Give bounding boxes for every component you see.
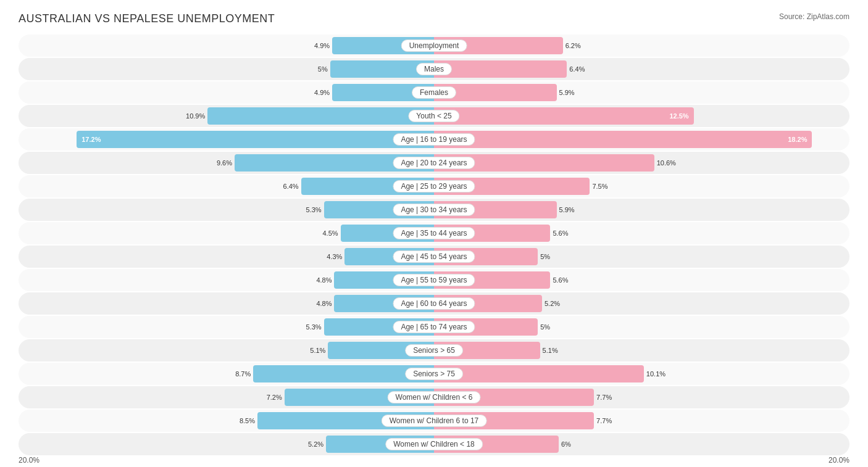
chart-row: 17.2%18.2%Age | 16 to 19 years xyxy=(19,128,849,151)
chart-row: 4.3%5%Age | 45 to 54 years xyxy=(19,246,849,268)
chart-row: 4.8%5.6%Age | 55 to 59 years xyxy=(19,269,849,291)
row-label: Age | 55 to 59 years xyxy=(393,274,475,286)
bar-value-australian: 10.9% xyxy=(186,112,205,120)
bar-value-australian: 5.3% xyxy=(306,206,322,213)
bar-value-nepalese: 5.6% xyxy=(553,276,568,284)
bar-value-australian: 4.8% xyxy=(316,276,332,284)
chart-source: Source: ZipAtlas.com xyxy=(779,12,849,21)
bar-nepalese: 6.4% xyxy=(434,60,567,78)
bar-value-nepalese: 5% xyxy=(540,323,550,331)
chart-row: 5.3%5.9%Age | 30 to 34 years xyxy=(19,199,849,221)
row-label: Age | 45 to 54 years xyxy=(393,250,475,263)
chart-row: 5.3%5%Age | 65 to 74 years xyxy=(19,316,849,338)
bar-nepalese: 10.1% xyxy=(434,365,644,382)
row-label: Women w/ Children 6 to 17 xyxy=(382,415,487,427)
bar-australian: 10.9% xyxy=(207,107,434,125)
row-label: Age | 60 to 64 years xyxy=(393,297,475,310)
bar-value-nepalese-inside: 12.5% xyxy=(669,112,688,120)
row-label: Seniors > 75 xyxy=(405,368,463,380)
chart-row: 7.2%7.7%Women w/ Children < 6 xyxy=(19,386,849,408)
bar-nepalese: 18.2% xyxy=(434,131,812,148)
chart-body: 4.9%6.2%Unemployment5%6.4%Males4.9%5.9%F… xyxy=(19,35,849,455)
chart-row: 9.6%10.6%Age | 20 to 24 years xyxy=(19,152,849,174)
chart-row: 6.4%7.5%Age | 25 to 29 years xyxy=(19,175,849,197)
chart-row: 4.9%5.9%Females xyxy=(19,81,849,104)
row-label: Youth < 25 xyxy=(408,110,459,122)
chart-row: 5.1%5.1%Seniors > 65 xyxy=(19,339,849,362)
bar-value-australian: 5.2% xyxy=(308,440,323,448)
bar-value-nepalese: 5.1% xyxy=(543,347,558,354)
chart-row: 5.2%6%Women w/ Children < 18 xyxy=(19,433,849,455)
axis-right-label: 20.0% xyxy=(828,456,849,465)
axis-left-label: 20.0% xyxy=(19,456,40,465)
bar-value-australian: 6.4% xyxy=(283,183,299,190)
row-label: Males xyxy=(416,63,452,75)
bar-value-australian: 4.3% xyxy=(327,253,342,260)
bar-value-australian-inside: 17.2% xyxy=(81,136,101,143)
row-label: Age | 16 to 19 years xyxy=(393,133,475,146)
bar-value-australian: 9.6% xyxy=(217,159,232,167)
row-label: Seniors > 65 xyxy=(405,344,463,357)
bar-value-nepalese: 7.7% xyxy=(596,417,612,424)
bar-nepalese: 12.5% xyxy=(434,107,694,125)
bar-value-nepalese: 6.2% xyxy=(565,42,581,49)
chart-row: 8.7%10.1%Seniors > 75 xyxy=(19,363,849,385)
bar-value-nepalese: 5.9% xyxy=(559,89,575,96)
row-label: Age | 30 to 34 years xyxy=(393,204,475,216)
bar-value-nepalese: 10.6% xyxy=(657,159,676,167)
bar-value-nepalese: 5% xyxy=(540,253,550,260)
chart-row: 10.9%12.5%Youth < 25 xyxy=(19,105,849,127)
row-label: Females xyxy=(412,86,456,99)
bar-value-nepalese: 7.5% xyxy=(592,183,607,190)
row-label: Women w/ Children < 6 xyxy=(388,391,481,403)
bar-value-nepalese: 5.2% xyxy=(545,300,560,307)
row-label: Age | 35 to 44 years xyxy=(393,227,475,239)
bar-value-australian: 5.1% xyxy=(310,347,325,354)
chart-title: AUSTRALIAN VS NEPALESE UNEMPLOYMENT xyxy=(19,12,275,25)
bar-value-nepalese: 5.9% xyxy=(559,206,575,213)
bar-value-australian: 8.5% xyxy=(240,417,255,424)
chart-row: 8.5%7.7%Women w/ Children 6 to 17 xyxy=(19,410,849,432)
row-label: Women w/ Children < 18 xyxy=(385,438,483,450)
row-label: Unemployment xyxy=(401,39,467,52)
bar-value-australian: 4.8% xyxy=(316,300,332,307)
row-label: Age | 20 to 24 years xyxy=(393,157,475,169)
bar-australian: 17.2% xyxy=(77,131,434,148)
bar-value-nepalese: 6% xyxy=(561,440,571,448)
row-label: Age | 65 to 74 years xyxy=(393,321,475,333)
bar-value-nepalese: 6.4% xyxy=(569,65,585,73)
bar-value-australian: 5% xyxy=(318,65,328,73)
chart-row: 4.5%5.6%Age | 35 to 44 years xyxy=(19,222,849,244)
bar-value-nepalese-inside: 18.2% xyxy=(788,136,807,143)
bar-value-nepalese: 7.7% xyxy=(596,394,612,401)
bar-value-australian: 8.7% xyxy=(235,370,251,378)
chart-row: 4.8%5.2%Age | 60 to 64 years xyxy=(19,292,849,315)
row-label: Age | 25 to 29 years xyxy=(393,180,475,192)
chart-header: AUSTRALIAN VS NEPALESE UNEMPLOYMENT Sour… xyxy=(19,12,849,25)
chart-row: 4.9%6.2%Unemployment xyxy=(19,35,849,57)
bar-value-nepalese: 5.6% xyxy=(553,229,568,237)
bar-value-australian: 5.3% xyxy=(306,323,322,331)
bar-value-australian: 7.2% xyxy=(267,394,282,401)
bar-value-nepalese: 10.1% xyxy=(646,370,666,378)
chart-row: 5%6.4%Males xyxy=(19,58,849,80)
bar-value-australian: 4.5% xyxy=(323,229,338,237)
bar-value-australian: 4.9% xyxy=(314,42,330,49)
bar-value-australian: 4.9% xyxy=(314,89,330,96)
chart-container: AUSTRALIAN VS NEPALESE UNEMPLOYMENT Sour… xyxy=(0,0,868,467)
